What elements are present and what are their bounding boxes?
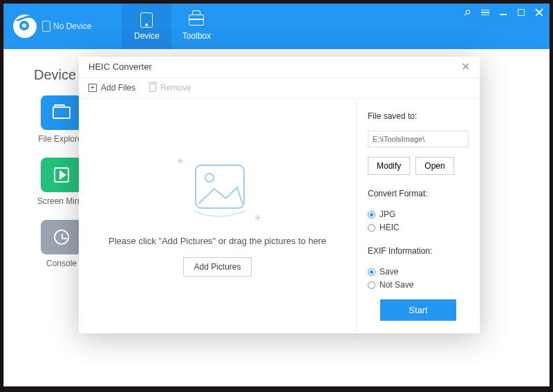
- toolbox-icon: [189, 15, 204, 26]
- drop-instruction: Please click "Add Pictures" or drag the …: [109, 236, 326, 246]
- modify-button[interactable]: Modify: [368, 157, 410, 175]
- saved-to-path[interactable]: E:\iToolsImage\: [368, 131, 469, 147]
- radio-icon: [368, 281, 375, 289]
- format-jpg-option[interactable]: JPG: [368, 209, 469, 219]
- menu-icon[interactable]: [480, 8, 490, 17]
- maximize-button[interactable]: [516, 8, 526, 17]
- logo-area: No Device: [3, 3, 101, 49]
- tab-toolbox[interactable]: Toolbox: [171, 3, 221, 49]
- exif-not-save-label: Not Save: [379, 280, 413, 290]
- exif-save-option[interactable]: Save: [368, 267, 469, 277]
- saved-to-label: File saved to:: [368, 111, 469, 121]
- tab-device-label: Device: [134, 31, 160, 41]
- play-icon: [54, 167, 69, 183]
- exif-label: EXIF Information:: [368, 246, 469, 256]
- add-pictures-button[interactable]: Add Pictures: [183, 257, 251, 277]
- settings-panel: File saved to: E:\iToolsImage\ Modify Op…: [357, 99, 480, 333]
- exif-not-save-option[interactable]: Not Save: [368, 280, 469, 290]
- dialog-title: HEIC Converter: [88, 62, 152, 72]
- svg-rect-0: [196, 165, 244, 208]
- key-icon[interactable]: [462, 8, 472, 17]
- radio-icon: [368, 224, 375, 232]
- plus-icon: +: [88, 84, 97, 92]
- window-controls: [462, 8, 544, 17]
- format-heic-option[interactable]: HEIC: [368, 223, 469, 232]
- exif-save-label: Save: [379, 267, 398, 277]
- radio-icon: [368, 268, 375, 276]
- drop-area[interactable]: Please click "Add Pictures" or drag the …: [79, 99, 357, 333]
- heic-converter-dialog: HEIC Converter ✕ + Add Files Remove: [79, 57, 480, 333]
- folder-icon: [53, 106, 71, 119]
- app-window: No Device Device Toolbox Device: [3, 3, 550, 387]
- remove-button: Remove: [149, 83, 191, 93]
- format-jpg-label: JPG: [379, 209, 395, 219]
- image-placeholder-icon: [176, 156, 259, 225]
- device-status: No Device: [42, 21, 91, 32]
- device-status-text: No Device: [53, 21, 91, 31]
- exif-radio-group: Save Not Save: [368, 267, 469, 290]
- main-tabs: Device Toolbox: [122, 3, 221, 49]
- format-heic-label: HEIC: [379, 223, 400, 232]
- open-button[interactable]: Open: [415, 157, 453, 175]
- dialog-body: Please click "Add Pictures" or drag the …: [79, 99, 480, 333]
- minimize-button[interactable]: [498, 8, 508, 17]
- title-bar: No Device Device Toolbox: [3, 3, 550, 49]
- trash-icon: [149, 84, 156, 92]
- app-logo-icon: [13, 15, 37, 38]
- remove-label: Remove: [160, 83, 191, 93]
- dialog-header: HEIC Converter ✕: [79, 57, 480, 78]
- close-icon[interactable]: ✕: [461, 60, 470, 73]
- format-radio-group: JPG HEIC: [368, 209, 469, 232]
- add-files-button[interactable]: + Add Files: [88, 83, 135, 93]
- tab-device[interactable]: Device: [122, 3, 171, 49]
- dialog-toolbar: + Add Files Remove: [79, 78, 480, 100]
- radio-icon: [368, 211, 375, 218]
- tablet-icon: [140, 12, 153, 28]
- svg-point-1: [205, 174, 214, 182]
- add-files-label: Add Files: [101, 83, 135, 93]
- tab-toolbox-label: Toolbox: [182, 31, 211, 41]
- clock-icon: [54, 230, 69, 245]
- format-label: Convert Format:: [368, 189, 469, 198]
- start-button[interactable]: Start: [380, 299, 456, 321]
- phone-icon: [42, 21, 50, 32]
- close-window-button[interactable]: [534, 8, 544, 17]
